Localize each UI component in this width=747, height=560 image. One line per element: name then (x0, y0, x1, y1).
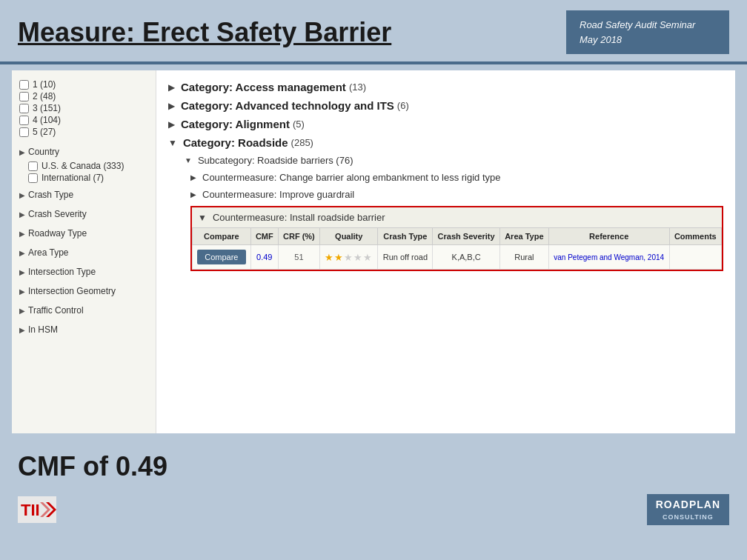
roadway-type-section[interactable]: ▶ Roadway Type (19, 226, 148, 241)
checkbox-4[interactable] (19, 116, 29, 125)
countermeasure-improve-guardrail[interactable]: ▶ Countermeasure: Improve guardrail (190, 189, 723, 200)
list-item[interactable]: 5 (27) (19, 127, 148, 137)
checkbox-international[interactable] (28, 173, 38, 183)
chevron-right-icon: ▶ (19, 307, 25, 315)
traffic-control-label[interactable]: ▶ Traffic Control (19, 303, 148, 318)
checkbox-label-3: 3 (151) (33, 103, 61, 113)
crash-severity-section[interactable]: ▶ Crash Severity (19, 207, 148, 221)
chevron-right-icon: ▶ (190, 173, 196, 181)
col-reference: Reference (548, 228, 669, 245)
subcategory-roadside-barriers[interactable]: ▼ Subcategory: Roadside barriers (76) (185, 155, 723, 166)
in-hsm-section[interactable]: ▶ In HSM (19, 322, 148, 337)
stars-filled: ★★ (325, 252, 344, 263)
cmf-cell: 0.49 (250, 245, 278, 270)
country-label-text: Country (28, 147, 59, 157)
checkbox-label-5: 5 (27) (33, 127, 56, 137)
compare-cell[interactable]: Compare (193, 245, 251, 270)
divider (0, 61, 747, 64)
intersection-geometry-label[interactable]: ▶ Intersection Geometry (19, 284, 148, 299)
checkbox-1[interactable] (19, 80, 29, 90)
stars-empty: ★★★ (344, 252, 373, 263)
country-section: ▶ Country U.S. & Canada (333) Internatio… (19, 144, 148, 183)
chevron-right-icon: ▶ (168, 119, 175, 130)
header-badge: Road Safety Audit Seminar May 2018 (566, 10, 729, 54)
crash-type-text: Crash Type (28, 190, 73, 200)
checkbox-2[interactable] (19, 92, 29, 101)
category-label: Category: Roadside (183, 136, 288, 149)
category-advanced-technology[interactable]: ▶ Category: Advanced technology and ITS … (168, 99, 723, 112)
col-compare: Compare (193, 228, 251, 245)
category-count: (13) (349, 81, 366, 93)
roadplan-badge: ROADPLAN CONSULTING (647, 494, 729, 525)
checkbox-group: 1 (10) 2 (48) 3 (151) 4 (104) 5 (27) (19, 79, 148, 137)
countermeasure-label: Countermeasure: Improve guardrail (202, 189, 354, 200)
highlighted-countermeasure-box: ▼ Countermeasure: Install roadside barri… (190, 206, 723, 271)
list-item[interactable]: 1 (10) (19, 79, 148, 90)
country-label[interactable]: ▶ Country (19, 144, 148, 159)
intersection-type-section[interactable]: ▶ Intersection Type (19, 264, 148, 279)
us-canada-label: U.S. & Canada (333) (42, 161, 124, 171)
category-count: (5) (293, 119, 305, 130)
col-comments: Comments (669, 228, 721, 245)
list-item[interactable]: 4 (104) (19, 115, 148, 125)
category-access-management[interactable]: ▶ Category: Access management (13) (168, 81, 723, 93)
quality-cell: ★★★★★ (319, 245, 378, 270)
in-hsm-text: In HSM (28, 324, 58, 335)
cmf-value: 0.49 (256, 253, 272, 261)
category-alignment[interactable]: ▶ Category: Alignment (5) (168, 118, 723, 130)
chevron-right-icon: ▶ (19, 249, 25, 257)
checkbox-3[interactable] (19, 104, 29, 113)
list-item[interactable]: International (7) (28, 173, 148, 183)
category-label: Category: Access management (181, 81, 346, 93)
crf-cell: 51 (278, 245, 319, 270)
list-item[interactable]: 3 (151) (19, 103, 148, 113)
footer: TII ROADPLAN CONSULTING (0, 488, 747, 533)
area-type-label[interactable]: ▶ Area Type (19, 245, 148, 260)
crash-type-label[interactable]: ▶ Crash Type (19, 187, 148, 202)
col-quality: Quality (319, 228, 378, 245)
col-crf: CRF (%) (278, 228, 319, 245)
reference-link[interactable]: van Petegem and Wegman, 2014 (554, 253, 664, 261)
roadway-type-label[interactable]: ▶ Roadway Type (19, 226, 148, 241)
countermeasure-change-barrier[interactable]: ▶ Countermeasure: Change barrier along e… (190, 172, 723, 183)
intersection-type-label[interactable]: ▶ Intersection Type (19, 264, 148, 279)
category-roadside[interactable]: ▼ Category: Roadside (285) (168, 136, 723, 149)
checkbox-us-canada[interactable] (28, 161, 38, 171)
right-panel: ▶ Category: Access management (13) ▶ Cat… (156, 70, 735, 433)
header: Measure: Erect Safety Barrier Road Safet… (0, 0, 747, 61)
traffic-control-section[interactable]: ▶ Traffic Control (19, 303, 148, 318)
badge-line2: May 2018 (580, 33, 716, 47)
category-count: (6) (397, 100, 409, 111)
tii-logo-icon: TII (18, 496, 56, 523)
sidebar: 1 (10) 2 (48) 3 (151) 4 (104) 5 (27) (12, 70, 156, 433)
category-label: Category: Alignment (181, 118, 290, 130)
intersection-geometry-text: Intersection Geometry (28, 286, 116, 296)
crash-severity-cell: K,A,B,C (433, 245, 500, 270)
crash-severity-value: K,A,B,C (452, 253, 481, 261)
intersection-geometry-section[interactable]: ▶ Intersection Geometry (19, 284, 148, 299)
col-cmf: CMF (250, 228, 278, 245)
roadway-type-text: Roadway Type (28, 228, 87, 239)
roadplan-line1: ROADPLAN (656, 498, 720, 513)
crash-type-section[interactable]: ▶ Crash Type (19, 187, 148, 202)
chevron-right-icon: ▶ (168, 101, 175, 111)
checkbox-5[interactable] (19, 127, 29, 137)
comments-cell (669, 245, 721, 270)
in-hsm-label[interactable]: ▶ In HSM (19, 322, 148, 337)
footer-logo: TII (18, 496, 56, 523)
list-item[interactable]: 2 (48) (19, 91, 148, 101)
list-item[interactable]: U.S. & Canada (333) (28, 161, 148, 171)
area-type-text: Area Type (28, 247, 68, 258)
area-type-cell: Rural (499, 245, 548, 270)
crash-type-cell: Run off road (378, 245, 433, 270)
compare-button[interactable]: Compare (197, 250, 245, 264)
highlighted-header[interactable]: ▼ Countermeasure: Install roadside barri… (192, 207, 722, 227)
table-row: Compare 0.49 51 ★★★★★ (193, 245, 722, 270)
crash-severity-label[interactable]: ▶ Crash Severity (19, 207, 148, 221)
chevron-right-icon: ▶ (168, 82, 175, 93)
main-content: 1 (10) 2 (48) 3 (151) 4 (104) 5 (27) (0, 70, 747, 439)
area-type-section[interactable]: ▶ Area Type (19, 245, 148, 260)
intersection-type-text: Intersection Type (28, 267, 96, 277)
chevron-right-icon: ▶ (190, 190, 196, 199)
chevron-right-icon: ▶ (19, 148, 25, 156)
